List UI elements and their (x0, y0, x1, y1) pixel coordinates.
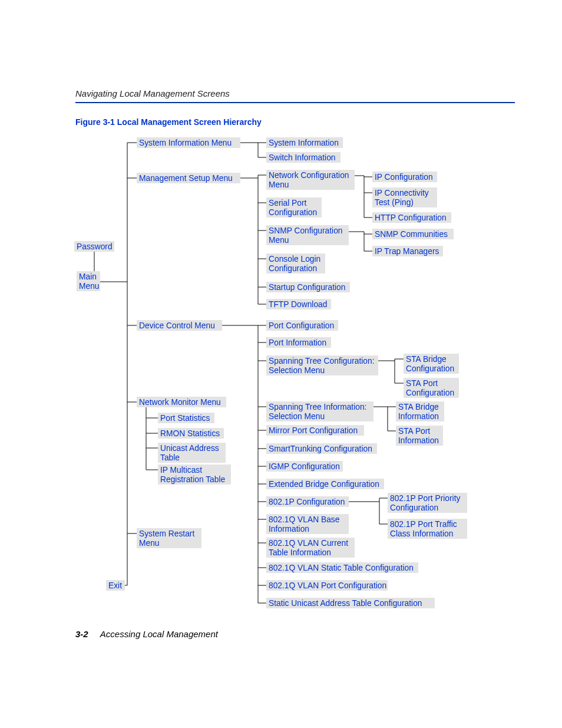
svg-text:Password: Password (77, 242, 113, 251)
svg-text:Table: Table (160, 453, 180, 462)
svg-text:SNMP Communities: SNMP Communities (375, 230, 448, 239)
node-port-info[interactable]: Port Information (266, 337, 331, 348)
node-static-unicast-table[interactable]: Static Unicast Address Table Configurati… (266, 598, 435, 608)
node-sta-bridge-config[interactable]: STA Bridge Configuration (404, 354, 459, 374)
node-vlan-base-info[interactable]: 802.1Q VLAN Base Information (266, 514, 349, 534)
node-device-menu[interactable]: Device Control Menu (137, 320, 222, 331)
svg-text:Network Monitor Menu: Network Monitor Menu (139, 398, 221, 407)
node-port-statistics[interactable]: Port Statistics (158, 413, 214, 423)
node-ipmc-table[interactable]: IP Multicast Registration Table (158, 465, 231, 485)
node-serial-port-config[interactable]: Serial Port Configuration (266, 197, 322, 218)
node-ip-trap-managers[interactable]: IP Trap Managers (372, 246, 443, 256)
node-ip-config[interactable]: IP Configuration (372, 172, 437, 182)
svg-text:Configuration: Configuration (390, 503, 438, 512)
node-unicast-table[interactable]: Unicast Address Table (158, 443, 226, 463)
hierarchy-diagram: Password Main Menu Exit System Informati… (0, 0, 562, 728)
node-ip-connectivity[interactable]: IP Connectivity Test (Ping) (372, 187, 437, 207)
node-mgmt-menu[interactable]: Management Setup Menu (137, 173, 240, 183)
svg-text:STA Port: STA Port (398, 427, 430, 436)
svg-text:Switch Information: Switch Information (269, 153, 336, 162)
node-port-config[interactable]: Port Configuration (266, 320, 338, 331)
svg-text:Class Information: Class Information (390, 529, 453, 538)
svg-text:Extended Bridge Configuration: Extended Bridge Configuration (269, 480, 379, 489)
svg-text:802.1P Configuration: 802.1P Configuration (269, 498, 345, 506)
svg-text:Mirror Port Configuration: Mirror Port Configuration (269, 426, 358, 435)
svg-text:Configuration: Configuration (269, 264, 317, 273)
node-password[interactable]: Password (74, 241, 114, 252)
node-8021p-config[interactable]: 802.1P Configuration (266, 496, 349, 507)
svg-text:System Restart: System Restart (139, 529, 194, 538)
svg-text:Port Information: Port Information (269, 338, 326, 347)
svg-text:Information: Information (398, 436, 439, 445)
svg-text:802.1P Port Priority: 802.1P Port Priority (390, 494, 460, 503)
node-netmon-menu[interactable]: Network Monitor Menu (137, 397, 226, 407)
node-spanning-tree-info[interactable]: Spanning Tree Information: Selection Men… (266, 401, 373, 421)
svg-text:802.1Q VLAN Base: 802.1Q VLAN Base (269, 515, 340, 524)
node-system-restart[interactable]: System Restart Menu (137, 528, 201, 548)
node-vlan-static-table[interactable]: 802.1Q VLAN Static Table Configuration (266, 562, 418, 573)
svg-text:Spanning Tree Configuration:: Spanning Tree Configuration: (269, 357, 374, 365)
svg-text:Main: Main (79, 272, 97, 281)
svg-text:Configuration: Configuration (406, 364, 454, 373)
node-sta-port-config[interactable]: STA Port Configuration (404, 378, 459, 398)
node-snmp-communities[interactable]: SNMP Communities (372, 229, 454, 239)
svg-text:Serial Port: Serial Port (269, 199, 307, 207)
node-exit[interactable]: Exit (106, 580, 125, 591)
svg-text:Network Configuration: Network Configuration (269, 171, 349, 180)
svg-text:SmartTrunking Configuration: SmartTrunking Configuration (269, 444, 372, 453)
node-igmp-config[interactable]: IGMP Configuration (266, 461, 343, 472)
node-tftp-download[interactable]: TFTP Download (266, 299, 331, 309)
svg-text:Selection Menu: Selection Menu (269, 366, 325, 375)
svg-text:STA Bridge: STA Bridge (406, 355, 447, 364)
node-main-menu[interactable]: Main Menu (77, 271, 100, 291)
node-extended-bridge-config[interactable]: Extended Bridge Configuration (266, 479, 384, 489)
node-rmon-statistics[interactable]: RMON Statistics (158, 428, 224, 439)
svg-text:802.1Q VLAN Port Configuration: 802.1Q VLAN Port Configuration (269, 581, 386, 590)
svg-text:802.1Q VLAN Current: 802.1Q VLAN Current (269, 539, 348, 548)
svg-text:Management Setup Menu: Management Setup Menu (139, 174, 233, 183)
svg-text:STA Bridge: STA Bridge (398, 403, 439, 411)
node-vlan-port-config[interactable]: 802.1Q VLAN Port Configuration (266, 580, 388, 591)
node-switch-information[interactable]: Switch Information (266, 152, 340, 163)
svg-text:Menu: Menu (269, 236, 289, 245)
node-sysinfo-menu[interactable]: System Information Menu (137, 137, 240, 148)
node-system-information[interactable]: System Information (266, 137, 343, 148)
node-vlan-current-table[interactable]: 802.1Q VLAN Current Table Information (266, 538, 355, 558)
svg-text:TFTP Download: TFTP Download (269, 300, 327, 309)
node-snmp-config-menu[interactable]: SNMP Configuration Menu (266, 225, 349, 245)
svg-text:IGMP Configuration: IGMP Configuration (269, 462, 340, 471)
node-sta-port-info[interactable]: STA Port Information (396, 426, 443, 446)
svg-text:Configuration: Configuration (269, 208, 317, 217)
svg-text:Table Information: Table Information (269, 548, 331, 557)
svg-text:Exit: Exit (108, 581, 122, 590)
svg-text:Port Configuration: Port Configuration (269, 321, 334, 330)
node-console-login-config[interactable]: Console Login Configuration (266, 253, 325, 274)
svg-text:IP Configuration: IP Configuration (375, 173, 433, 182)
svg-text:Console Login: Console Login (269, 255, 320, 263)
node-network-config-menu[interactable]: Network Configuration Menu (266, 170, 355, 190)
node-http-config[interactable]: HTTP Configuration (372, 212, 451, 223)
node-mirror-port-config[interactable]: Mirror Port Configuration (266, 425, 364, 436)
svg-text:Information: Information (269, 525, 309, 533)
svg-text:Menu: Menu (269, 180, 289, 189)
svg-text:Information: Information (398, 412, 439, 421)
node-smarttrunking-config[interactable]: SmartTrunking Configuration (266, 443, 377, 454)
node-sta-bridge-info[interactable]: STA Bridge Information (396, 401, 444, 421)
svg-text:Startup Configuration: Startup Configuration (269, 283, 345, 292)
svg-text:Test (Ping): Test (Ping) (375, 198, 414, 207)
svg-text:STA Port: STA Port (406, 379, 438, 388)
svg-text:Static Unicast Address Table C: Static Unicast Address Table Configurati… (269, 599, 422, 608)
svg-text:Configuration: Configuration (406, 388, 454, 397)
node-8021p-port-priority[interactable]: 802.1P Port Priority Configuration (388, 493, 467, 513)
svg-text:IP Trap Managers: IP Trap Managers (375, 247, 439, 256)
svg-text:Unicast Address: Unicast Address (160, 444, 219, 453)
svg-text:Menu: Menu (79, 282, 100, 291)
node-8021p-port-traffic[interactable]: 802.1P Port Traffic Class Information (388, 519, 467, 539)
svg-text:Spanning Tree Information:: Spanning Tree Information: (269, 403, 366, 411)
node-spanning-tree-config[interactable]: Spanning Tree Configuration: Selection M… (266, 355, 378, 375)
node-startup-config[interactable]: Startup Configuration (266, 282, 350, 292)
svg-text:SNMP Configuration: SNMP Configuration (269, 226, 343, 235)
svg-text:System Information: System Information (269, 139, 339, 147)
svg-text:HTTP Configuration: HTTP Configuration (375, 213, 447, 222)
svg-text:System Information Menu: System Information Menu (139, 139, 232, 147)
